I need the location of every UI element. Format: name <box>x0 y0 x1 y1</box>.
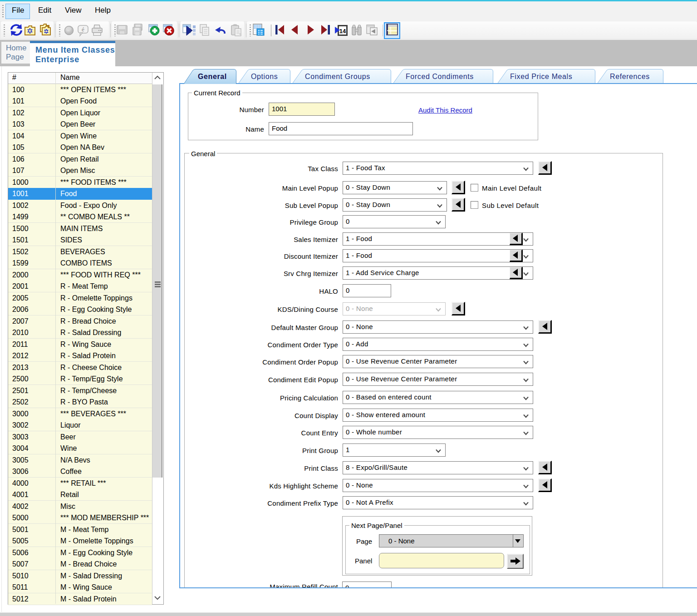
svg-text:14: 14 <box>339 28 346 34</box>
svg-text:é: é <box>82 26 84 33</box>
